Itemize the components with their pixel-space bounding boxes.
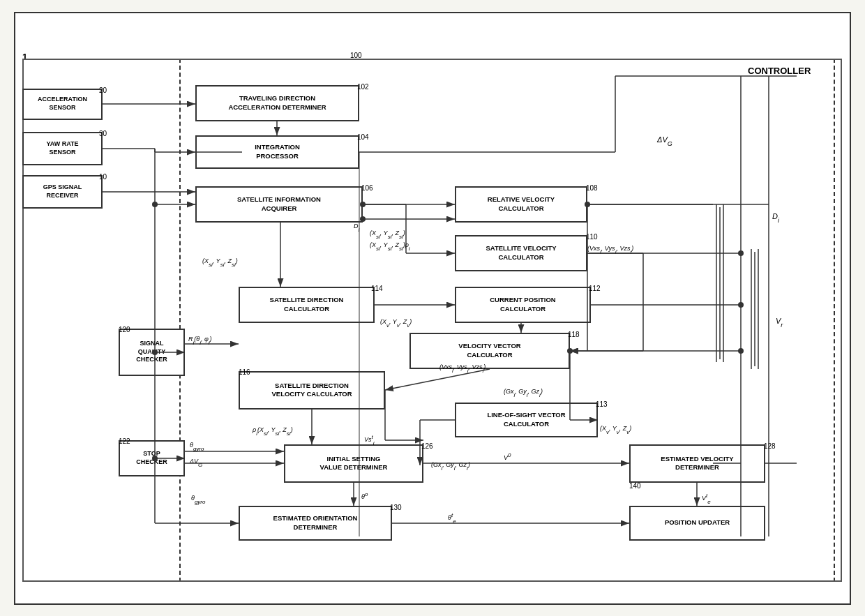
traveling-direction-block: TRAVELING DIRECTIONACCELERATION DETERMIN… xyxy=(195,85,359,121)
num-102: 102 xyxy=(357,83,369,91)
gps-signal-receiver-block: GPS SIGNALRECEIVER xyxy=(22,175,103,209)
velocity-vector-calc-block: VELOCITY VECTORCALCULATOR xyxy=(409,333,570,369)
integration-processor-block: INTEGRATIONPROCESSOR xyxy=(195,135,359,169)
acceleration-sensor-block: ACCELERATIONSENSOR xyxy=(22,89,103,120)
position-updater-block: POSITION UPDATER xyxy=(629,506,765,541)
controller-label: CONTROLLER xyxy=(748,66,811,76)
num-10: 10 xyxy=(99,173,107,181)
current-position-calc-block: CURRENT POSITIONCALCULATOR xyxy=(455,287,591,323)
num-100: 100 xyxy=(350,52,362,59)
num-114: 114 xyxy=(371,285,383,292)
stop-checker-block: STOPCHECKER xyxy=(119,440,185,476)
num-20: 20 xyxy=(99,87,107,94)
num-110: 110 xyxy=(586,233,598,241)
num-113: 113 xyxy=(596,400,608,408)
estimated-orientation-block: ESTIMATED ORIENTATIONDETERMINER xyxy=(239,506,392,541)
num-116: 116 xyxy=(239,368,250,376)
main-outer-box xyxy=(22,59,842,582)
num-128: 128 xyxy=(764,442,776,450)
num-118: 118 xyxy=(568,331,580,338)
num-130: 130 xyxy=(390,504,402,511)
num-112: 112 xyxy=(589,285,601,292)
num-104: 104 xyxy=(357,133,369,141)
num-106: 106 xyxy=(361,184,373,192)
num-108: 108 xyxy=(586,184,598,192)
num-30: 30 xyxy=(99,130,107,137)
satellite-info-acquirer-block: SATELLITE INFORMATIONACQUIRER xyxy=(195,186,363,223)
satellite-direction-calc-block: SATELLITE DIRECTIONCALCULATOR xyxy=(239,287,375,323)
signal-quality-checker-block: SIGNALQUALITYCHECKER xyxy=(119,329,185,376)
estimated-velocity-block: ESTIMATED VELOCITYDETERMINER xyxy=(629,444,765,483)
num-140: 140 xyxy=(629,482,641,490)
initial-setting-block: INITIAL SETTINGVALUE DETERMINER xyxy=(284,444,423,483)
relative-velocity-calc-block: RELATIVE VELOCITYCALCULATOR xyxy=(455,186,587,223)
satellite-dir-vel-calc-block: SATELLITE DIRECTIONVELOCITY CALCULATOR xyxy=(239,371,385,410)
line-of-sight-calc-block: LINE-OF-SIGHT VECTORCALCULATOR xyxy=(455,403,598,437)
diagram-container: 1 CONTROLLER 100 ACCELERATIONSENSOR 20 Y… xyxy=(14,12,851,605)
num-122: 122 xyxy=(119,437,130,445)
num-126: 126 xyxy=(421,442,433,450)
yaw-rate-sensor-block: YAW RATESENSOR xyxy=(22,132,103,165)
num-120: 120 xyxy=(119,326,130,333)
satellite-velocity-calc-block: SATELLITE VELOCITYCALCULATOR xyxy=(455,235,587,271)
